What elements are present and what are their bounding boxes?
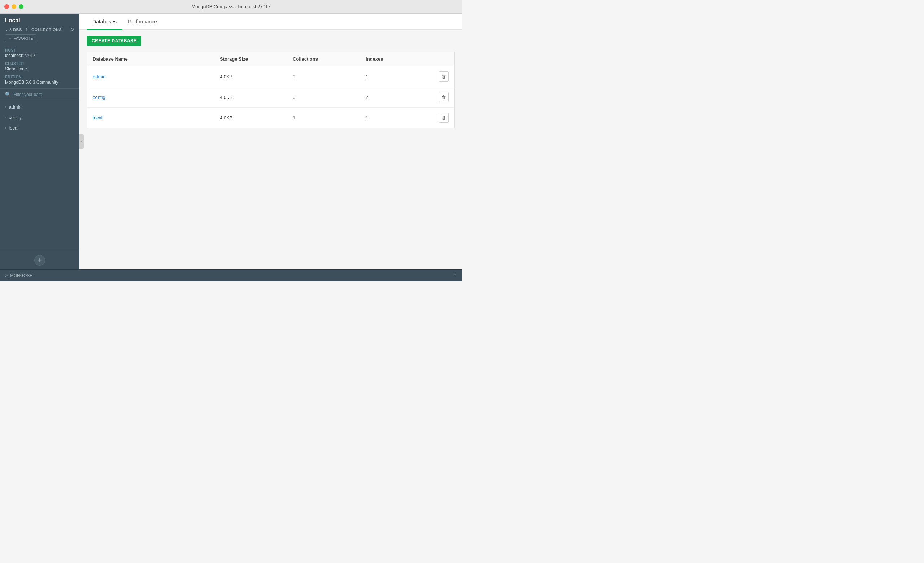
bottom-bar-chevron-icon[interactable]: ⌃ <box>454 273 457 278</box>
add-connection-button[interactable]: + <box>34 255 45 266</box>
nav-chevron-icon: › <box>5 115 6 120</box>
table-body: admin 4.0KB 0 1 🗑 config 4.0KB 0 2 🗑 loc… <box>87 66 455 128</box>
table-cell-storage: 4.0KB <box>214 87 287 108</box>
sidebar-header: Local ⌄ 3 DBS 1 COLLECTIONS ↻ ☆ FAVORITE <box>0 14 80 45</box>
table-header-actions <box>433 52 455 66</box>
sidebar-info: HOST localhost:27017 CLUSTER Standalone … <box>0 45 80 89</box>
tabs-bar: DatabasesPerformance <box>80 14 462 30</box>
close-button[interactable] <box>4 4 9 9</box>
cluster-group: CLUSTER Standalone <box>5 62 74 72</box>
dbs-chevron-icon[interactable]: ⌄ <box>5 27 8 31</box>
window-title: MongoDB Compass - localhost:27017 <box>192 4 271 9</box>
databases-table: Database NameStorage SizeCollectionsInde… <box>87 52 455 128</box>
cluster-value: Standalone <box>5 66 74 72</box>
host-label: HOST <box>5 48 74 52</box>
delete-database-button[interactable]: 🗑 <box>438 92 448 102</box>
sidebar-item-local[interactable]: › local <box>0 123 80 133</box>
table-row: local 4.0KB 1 1 🗑 <box>87 108 455 128</box>
dbs-count-group: ⌄ 3 DBS <box>5 27 22 32</box>
search-input[interactable] <box>14 92 74 97</box>
sidebar-stats: ⌄ 3 DBS 1 COLLECTIONS ↻ <box>5 27 74 32</box>
maximize-button[interactable] <box>19 4 24 9</box>
database-name-link[interactable]: admin <box>93 74 105 79</box>
favorite-label: FAVORITE <box>14 36 33 40</box>
dbs-count-number: 3 <box>9 27 12 32</box>
tab-performance[interactable]: Performance <box>122 14 163 30</box>
nav-item-label: config <box>9 115 21 120</box>
table-cell-collections: 1 <box>287 108 360 128</box>
delete-database-button[interactable]: 🗑 <box>438 112 448 123</box>
create-database-button[interactable]: CREATE DATABASE <box>87 36 141 46</box>
database-name-link[interactable]: config <box>93 94 105 100</box>
search-icon: 🔍 <box>5 92 11 97</box>
table-header-storage: Storage Size <box>214 52 287 66</box>
nav-chevron-icon: › <box>5 126 6 130</box>
table-row: admin 4.0KB 0 1 🗑 <box>87 66 455 87</box>
trash-icon: 🗑 <box>441 74 446 79</box>
database-name-link[interactable]: local <box>93 115 102 121</box>
delete-database-button[interactable]: 🗑 <box>438 72 448 82</box>
table-cell-name: local <box>87 108 214 128</box>
table-cell-name: admin <box>87 66 214 87</box>
trash-icon: 🗑 <box>441 115 446 121</box>
app-body: Local ⌄ 3 DBS 1 COLLECTIONS ↻ ☆ FAVORITE… <box>0 14 462 269</box>
nav-chevron-icon: › <box>5 105 6 109</box>
sidebar-item-config[interactable]: › config <box>0 112 80 123</box>
title-bar: MongoDB Compass - localhost:27017 <box>0 0 462 14</box>
sidebar-bottom: + <box>0 251 80 269</box>
table-cell-collections: 0 <box>287 87 360 108</box>
sidebar-search[interactable]: 🔍 <box>0 89 80 100</box>
cluster-label: CLUSTER <box>5 62 74 66</box>
nav-item-label: local <box>9 125 18 131</box>
edition-value: MongoDB 5.0.3 Community <box>5 80 74 85</box>
connection-name: Local <box>5 17 74 24</box>
table-header-row: Database NameStorage SizeCollectionsInde… <box>87 52 455 66</box>
sidebar-item-admin[interactable]: › admin <box>0 102 80 112</box>
trash-icon: 🗑 <box>441 94 446 100</box>
table-cell-actions: 🗑 <box>433 66 455 87</box>
table-row: config 4.0KB 0 2 🗑 <box>87 87 455 108</box>
table-cell-indexes: 2 <box>360 87 433 108</box>
star-icon: ☆ <box>8 36 12 40</box>
window-controls[interactable] <box>4 4 24 9</box>
table-cell-indexes: 1 <box>360 108 433 128</box>
edition-label: EDITION <box>5 75 74 79</box>
table-cell-storage: 4.0KB <box>214 108 287 128</box>
content-area: CREATE DATABASE Database NameStorage Siz… <box>80 30 462 269</box>
table-cell-actions: 🗑 <box>433 87 455 108</box>
table-cell-collections: 0 <box>287 66 360 87</box>
sidebar: Local ⌄ 3 DBS 1 COLLECTIONS ↻ ☆ FAVORITE… <box>0 14 80 269</box>
table-header-name: Database Name <box>87 52 214 66</box>
bottom-bar: >_MONGOSH ⌃ <box>0 269 462 282</box>
table-cell-indexes: 1 <box>360 66 433 87</box>
favorite-button[interactable]: ☆ FAVORITE <box>5 34 36 42</box>
nav-item-label: admin <box>9 104 21 110</box>
table-header-indexes: Indexes <box>360 52 433 66</box>
table-cell-storage: 4.0KB <box>214 66 287 87</box>
tab-databases[interactable]: Databases <box>87 14 122 30</box>
sidebar-nav: › admin › config › local <box>0 100 80 251</box>
host-value: localhost:27017 <box>5 53 74 58</box>
sidebar-collapse-handle[interactable]: < <box>80 134 84 149</box>
refresh-icon[interactable]: ↻ <box>70 27 74 32</box>
collections-count-number: 1 <box>26 27 28 32</box>
mongosh-label[interactable]: >_MONGOSH <box>5 273 33 278</box>
table-cell-name: config <box>87 87 214 108</box>
table-header-collections: Collections <box>287 52 360 66</box>
dbs-label: DBS <box>13 27 22 32</box>
edition-group: EDITION MongoDB 5.0.3 Community <box>5 75 74 85</box>
main-content: DatabasesPerformance CREATE DATABASE Dat… <box>80 14 462 269</box>
table-cell-actions: 🗑 <box>433 108 455 128</box>
collections-label: COLLECTIONS <box>32 27 62 32</box>
plus-icon: + <box>38 257 42 264</box>
host-group: HOST localhost:27017 <box>5 48 74 58</box>
minimize-button[interactable] <box>12 4 16 9</box>
